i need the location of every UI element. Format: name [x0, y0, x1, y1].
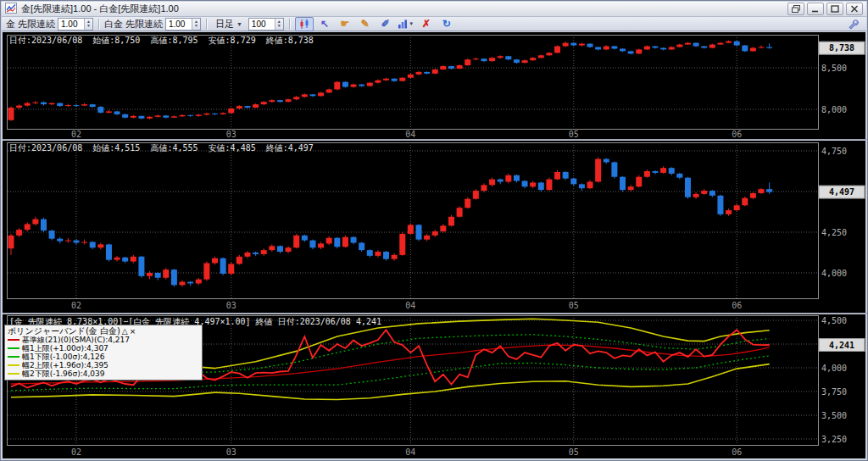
candle-body: [220, 113, 226, 114]
candle-body: [383, 252, 389, 259]
candle-body: [269, 100, 275, 102]
candle-body: [244, 106, 250, 108]
candle-body: [342, 82, 348, 87]
candle-body: [212, 258, 218, 264]
candle-body: [32, 103, 38, 103]
candle-body: [628, 51, 634, 53]
candle-body: [766, 189, 772, 192]
current-price-label: 4,497: [829, 187, 854, 197]
candle-body: [481, 58, 487, 61]
candle-body: [73, 241, 79, 243]
chart-cursor-tool[interactable]: [295, 17, 314, 31]
settings-wrench-button[interactable]: [843, 17, 862, 31]
candle-body: [131, 257, 136, 262]
candle-body: [49, 103, 55, 104]
bar-count-input[interactable]: 100 ▲▼: [248, 18, 284, 31]
candle-body: [253, 253, 259, 254]
candle-body: [587, 44, 593, 47]
candle-body: [498, 180, 504, 182]
maximize-button[interactable]: [826, 3, 843, 15]
symbol1-ratio-input[interactable]: 1.00 ▲▼: [58, 18, 93, 31]
candle-body: [375, 252, 381, 256]
toolbar-separator: [289, 19, 290, 30]
plot-content: [8, 41, 773, 121]
legend-line-swatch: [8, 373, 19, 375]
indicator-menu[interactable]: ▼: [397, 17, 415, 31]
candle-body: [122, 114, 128, 118]
candle-body: [669, 168, 675, 174]
toolbar-separator: [206, 19, 207, 30]
spinner-arrows-icon[interactable]: ▲▼: [84, 19, 92, 30]
candle-body: [457, 65, 463, 69]
x-axis-month-label: 04: [405, 301, 415, 310]
candle-body: [759, 189, 765, 193]
bollinger-legend: ボリンジャーバンド(金 白金)△×基準線(21)(0)(SMA)(C):4,21…: [4, 325, 203, 380]
x-axis-month-label: 06: [732, 130, 742, 139]
x-axis-month-label: 03: [226, 301, 236, 310]
candle-body: [693, 43, 699, 47]
float-window-button[interactable]: [787, 3, 804, 15]
candle-body: [286, 99, 292, 102]
candle-body: [709, 191, 715, 196]
candle-body: [676, 45, 682, 47]
y-axis-tick-label: 4,000: [821, 269, 847, 278]
platinum-candlestick-chart[interactable]: 4,7504,5004,2504,00002030405064,497: [3, 141, 867, 313]
candle-body: [570, 43, 576, 46]
y-axis-tick-label: 3,500: [821, 411, 847, 420]
spinner-arrows-icon[interactable]: ▲▼: [192, 19, 200, 30]
candle-body: [473, 58, 479, 59]
symbol2-ratio-input[interactable]: 1.00 ▲▼: [165, 18, 201, 31]
refresh-tool[interactable]: ↻: [437, 17, 456, 31]
candle-body: [228, 108, 234, 113]
candle-body: [16, 106, 22, 108]
candle-body: [611, 47, 617, 49]
delete-indicator-tool[interactable]: ✗: [417, 17, 436, 31]
legend-item: 幅2下限(-1.96σ):4,039: [8, 369, 199, 378]
candle-body: [81, 242, 87, 243]
candle-body: [505, 56, 511, 59]
window-controls: [787, 3, 863, 15]
candle-body: [97, 107, 103, 113]
candle-body: [595, 159, 601, 182]
current-price-label: 4,241: [829, 341, 854, 350]
candle-body: [334, 82, 340, 90]
candle-body: [416, 72, 422, 75]
candle-body: [228, 264, 234, 274]
candle-body: [652, 47, 658, 48]
candle-body: [318, 92, 324, 96]
candle-body: [253, 104, 259, 108]
candle-body: [41, 219, 47, 230]
candle-body: [196, 114, 202, 115]
candle-body: [538, 182, 544, 190]
period-select[interactable]: 日足 ▼: [212, 18, 246, 31]
legend-close-button[interactable]: ×: [130, 327, 136, 336]
candle-body: [636, 177, 642, 187]
toolbar: 金 先限連続 1.00 ▲▼ 白金 先限連続 1.00 ▲▼ 日足 ▼ 100 …: [2, 17, 866, 31]
marker-tool[interactable]: ✐: [376, 17, 395, 31]
candle-body: [32, 219, 38, 225]
candle-body: [628, 186, 634, 190]
y-axis-tick-label: 4,750: [821, 147, 847, 156]
candle-body: [457, 208, 463, 217]
close-button[interactable]: [846, 3, 863, 15]
gold-candlestick-chart[interactable]: 8,5008,00002030405068,738: [3, 33, 867, 139]
candle-body: [106, 111, 112, 112]
candle-body: [530, 182, 536, 186]
pencil-tool[interactable]: ✎: [356, 17, 375, 31]
current-price-label: 8,738: [829, 43, 854, 53]
candle-body: [261, 250, 267, 254]
x-axis-month-label: 02: [71, 447, 81, 457]
minimize-button[interactable]: [807, 3, 824, 15]
candle-body: [342, 237, 348, 247]
candle-body: [440, 225, 446, 231]
y-axis-tick-label: 4,000: [821, 364, 847, 373]
candle-body: [595, 47, 601, 50]
candle-body: [481, 185, 487, 191]
candle-body: [432, 231, 438, 236]
spinner-arrows-icon[interactable]: ▲▼: [275, 19, 283, 30]
hand-tool[interactable]: ☛: [336, 17, 354, 31]
x-axis-month-label: 06: [732, 301, 742, 310]
candle-body: [196, 280, 202, 284]
legend-item-label: 幅2下限(-1.96σ):4,039: [22, 369, 105, 380]
pointer-tool[interactable]: ↖: [315, 17, 334, 31]
